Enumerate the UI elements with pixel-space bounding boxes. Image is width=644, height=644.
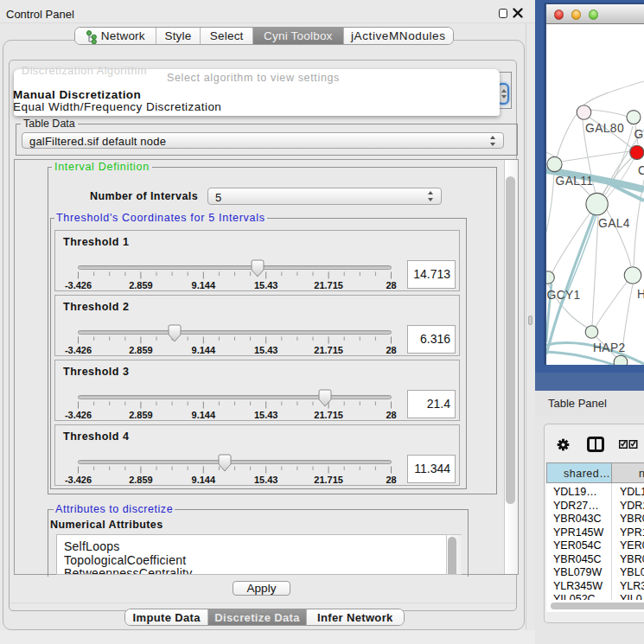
svg-text:H: H [637, 288, 644, 301]
svg-text:GAL4: GAL4 [598, 217, 630, 230]
svg-text:GCY1: GCY1 [547, 289, 581, 302]
svg-text:HAP2: HAP2 [593, 341, 626, 354]
svg-text:C: C [638, 164, 644, 177]
svg-text:GAL80: GAL80 [585, 122, 624, 135]
svg-text:GAL11: GAL11 [556, 175, 594, 188]
svg-text:GA: GA [634, 128, 644, 141]
